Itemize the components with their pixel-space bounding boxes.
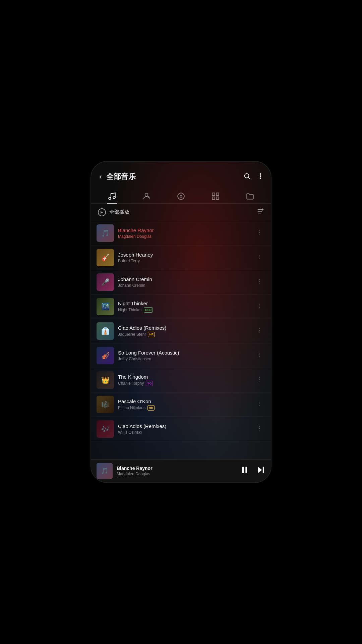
song-artist: Jeffry Christiansen	[118, 357, 250, 361]
list-item[interactable]: 🎤Johann CreminJohann Cremin	[91, 270, 271, 294]
svg-point-41	[259, 426, 260, 427]
svg-rect-45	[245, 467, 247, 473]
song-info: Pascale O'KonElisha NikolausHR	[118, 398, 250, 411]
song-title: Joseph Heaney	[118, 252, 250, 258]
song-thumb: 🎻	[97, 347, 114, 364]
song-thumb: 🎸	[97, 249, 114, 266]
svg-point-2	[260, 173, 261, 174]
list-item[interactable]: 👑The KingdomCharlie TorphySQ	[91, 368, 271, 392]
song-title: The Kingdom	[118, 374, 250, 380]
now-playing-info: Blanche Raynor Magdalen Douglas	[117, 466, 236, 476]
list-item[interactable]: 🎼Pascale O'KonElisha NikolausHR	[91, 392, 271, 417]
more-icon[interactable]	[257, 172, 264, 181]
tab-artists[interactable]	[137, 189, 156, 203]
play-all-bar[interactable]: ▶ 全部播放	[91, 204, 271, 221]
svg-point-40	[259, 405, 260, 406]
svg-point-32	[259, 353, 260, 353]
tab-folder[interactable]	[241, 189, 259, 203]
song-more-button[interactable]	[254, 375, 265, 385]
sort-icon[interactable]	[257, 208, 264, 217]
song-title: So Long Forever (Acoustic)	[118, 350, 250, 356]
song-info: The KingdomCharlie TorphySQ	[118, 374, 250, 386]
song-more-button[interactable]	[254, 228, 265, 238]
song-thumb: 🎶	[97, 420, 114, 438]
svg-point-20	[259, 255, 260, 255]
song-more-button[interactable]	[254, 351, 265, 361]
list-item[interactable]: 🎶Ciao Adios (Remixes)Willis Osinski	[91, 417, 271, 441]
phone-frame: ‹ 全部音乐	[90, 161, 272, 483]
song-artist: Magdalen Douglas	[118, 234, 250, 239]
pause-button[interactable]	[240, 465, 249, 477]
svg-point-27	[259, 305, 260, 306]
svg-point-25	[259, 283, 260, 283]
song-title: Johann Cremin	[118, 276, 250, 282]
svg-point-28	[259, 307, 260, 308]
song-title: Pascale O'Kon	[118, 398, 250, 404]
song-info: Ciao Adios (Remixes)Jaqueline StehrHR	[118, 325, 250, 337]
svg-point-26	[259, 304, 260, 304]
song-title: Ciao Adios (Remixes)	[118, 325, 250, 331]
song-artist: Night ThinkerDSD	[118, 307, 250, 313]
svg-point-24	[259, 281, 260, 281]
svg-point-42	[259, 428, 260, 428]
song-info: Joseph HeaneyBuford Terry	[118, 252, 250, 263]
song-info: Night ThinkerNight ThinkerDSD	[118, 301, 250, 313]
svg-point-4	[260, 178, 261, 179]
song-title: Blanche Raynor	[118, 227, 250, 233]
svg-point-36	[259, 379, 260, 379]
quality-badge: HR	[148, 332, 155, 337]
svg-rect-12	[212, 197, 215, 200]
nav-tabs	[91, 186, 271, 204]
song-title: Ciao Adios (Remixes)	[118, 423, 250, 429]
song-list: 🎵Blanche RaynorMagdalen Douglas 🎸Joseph …	[91, 221, 271, 459]
svg-point-7	[145, 193, 148, 196]
song-thumb: 👔	[97, 322, 114, 340]
playback-controls	[240, 465, 265, 477]
list-item[interactable]: 👔Ciao Adios (Remixes)Jaqueline StehrHR	[91, 319, 271, 343]
next-button[interactable]	[256, 465, 265, 477]
quality-badge: SQ	[146, 381, 153, 386]
tab-albums[interactable]	[172, 189, 190, 203]
song-info: Blanche RaynorMagdalen Douglas	[118, 227, 250, 239]
svg-point-39	[259, 403, 260, 404]
list-item[interactable]: 🌃Night ThinkerNight ThinkerDSD	[91, 294, 271, 319]
tab-grid[interactable]	[206, 189, 225, 203]
song-thumb: 🎵	[97, 224, 114, 242]
svg-rect-13	[216, 197, 219, 200]
svg-point-3	[260, 175, 261, 176]
list-item[interactable]: 🎸Joseph HeaneyBuford Terry	[91, 246, 271, 270]
song-more-button[interactable]	[254, 302, 265, 312]
list-item[interactable]: 🎻So Long Forever (Acoustic)Jeffry Christ…	[91, 343, 271, 368]
svg-point-18	[259, 232, 260, 232]
svg-point-23	[259, 279, 260, 280]
list-item[interactable]: 🎵Blanche RaynorMagdalen Douglas	[91, 221, 271, 246]
svg-point-35	[259, 377, 260, 378]
play-all-label: 全部播放	[109, 209, 253, 215]
song-more-button[interactable]	[254, 399, 265, 410]
app-content: ‹ 全部音乐	[91, 162, 271, 482]
svg-point-31	[259, 332, 260, 332]
song-more-button[interactable]	[254, 326, 265, 336]
song-artist: Buford Terry	[118, 259, 250, 263]
svg-point-29	[259, 328, 260, 329]
song-thumb: 🎤	[97, 273, 114, 291]
svg-point-19	[259, 234, 260, 234]
back-button[interactable]: ‹	[98, 171, 103, 182]
song-artist: Willis Osinski	[118, 430, 250, 435]
song-artist: Johann Cremin	[118, 283, 250, 288]
svg-point-22	[259, 258, 260, 259]
song-more-button[interactable]	[254, 424, 265, 434]
song-thumb: 🎼	[97, 396, 114, 413]
svg-line-1	[248, 177, 250, 179]
tab-music[interactable]	[103, 189, 121, 203]
song-artist: Elisha NikolausHR	[118, 405, 250, 411]
song-more-button[interactable]	[254, 253, 265, 263]
now-playing-bar[interactable]: 🎵 Blanche Raynor Magdalen Douglas	[91, 459, 271, 482]
now-playing-title: Blanche Raynor	[117, 466, 236, 471]
svg-rect-44	[242, 467, 244, 473]
search-icon[interactable]	[243, 172, 251, 181]
header: ‹ 全部音乐	[91, 162, 271, 186]
song-title: Night Thinker	[118, 301, 250, 306]
svg-rect-11	[216, 193, 219, 196]
song-more-button[interactable]	[254, 277, 265, 287]
